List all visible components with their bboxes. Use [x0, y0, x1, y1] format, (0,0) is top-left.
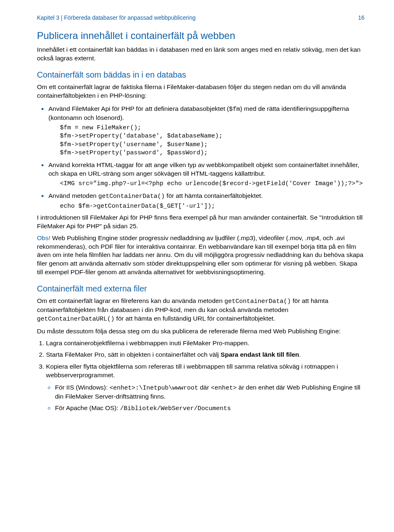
inline-code: $fm: [229, 106, 240, 113]
li-text: Använd korrekta HTML-taggar för att ange…: [48, 161, 359, 177]
ext-text: Om ett containerfält lagrar en filrefere…: [37, 297, 224, 304]
list-item: Använd FileMaker Api för PHP för att def…: [48, 103, 364, 157]
external-paragraph: Om ett containerfält lagrar en filrefere…: [37, 297, 364, 323]
list-item: Starta FileMaker Pro, sätt in objekten i…: [46, 351, 364, 359]
intro-php-ref: I introduktionen till FileMaker Api för …: [37, 213, 364, 231]
list-item: För IIS (Windows): <enhet>:\Inetpub\wwwr…: [55, 382, 364, 401]
header-chapter: Kapitel 3 | Förbereda databaser för anpa…: [37, 14, 196, 22]
intro-paragraph: Innehållet i ett containerfält kan bädda…: [37, 46, 364, 63]
header-page-number: 16: [358, 14, 364, 22]
inline-code: /Bibliotek/WebServer/Documents: [120, 405, 231, 412]
inline-code: <enhet>:\Inetpub\wwwroot: [110, 385, 198, 392]
section-heading-embedded: Containerfält som bäddas in i en databas: [37, 69, 364, 80]
list-item: Kopiera eller flytta objektfilerna som r…: [46, 362, 364, 413]
apache-text: För Apache (Mac OS):: [55, 404, 120, 411]
document-page: Kapitel 3 | Förbereda databaser för anpa…: [0, 0, 394, 433]
list-item: Lagra containerobjektfilerna i webbmappe…: [46, 339, 364, 348]
ol2-text: Starta FileMaker Pro, sätt in objekten i…: [46, 351, 221, 358]
list-item: Använd korrekta HTML-taggar för att ange…: [48, 160, 364, 188]
obs-label: Obs!: [37, 234, 50, 241]
obs-paragraph: Obs! Web Publishing Engine stöder progre…: [37, 234, 364, 277]
list-item: Använd metoden getContainerData() för at…: [48, 190, 364, 211]
code-block-fm: $fm = new FileMaker(); $fm->setProperty(…: [60, 124, 364, 157]
li-text: för att hämta containerfältobjektet.: [165, 192, 263, 199]
nested-platform-list: För IIS (Windows): <enhet>:\Inetpub\wwwr…: [44, 382, 364, 413]
ext-text: för att hämta en fullständig URL för con…: [115, 315, 275, 322]
embed-paragraph: Om ett containerfält lagrar de faktiska …: [37, 83, 364, 100]
external-steps-list: Lagra containerobjektfilerna i webbmappe…: [37, 339, 364, 413]
obs-text: Web Publishing Engine stöder progressiv …: [37, 234, 363, 276]
li-text: Använd FileMaker Api för PHP för att def…: [48, 105, 229, 112]
ol2-text: .: [299, 351, 301, 358]
code-block-img: <IMG src="img.php?-url=<?php echo urlenc…: [60, 180, 364, 188]
ol3-text: Kopiera eller flytta objektfilerna som r…: [46, 363, 338, 378]
list-item: För Apache (Mac OS): /Bibliotek/WebServe…: [55, 403, 364, 413]
ol2-bold: Spara endast länk till filen: [221, 351, 299, 358]
iis-text: För IIS (Windows):: [55, 384, 110, 391]
inline-code: getContainerData(): [98, 193, 165, 200]
must-follow-paragraph: Du måste dessutom följa dessa steg om du…: [37, 327, 364, 336]
page-header: Kapitel 3 | Förbereda databaser för anpa…: [37, 14, 364, 22]
page-title: Publicera innehållet i containerfält på …: [37, 29, 364, 42]
inline-code: getContainerData(): [224, 298, 291, 305]
iis-text: där: [198, 384, 211, 391]
embed-steps-list: Använd FileMaker Api för PHP för att def…: [37, 103, 364, 211]
li-text: Använd metoden: [48, 192, 98, 199]
inline-code: getContainerDataURL(): [37, 316, 115, 323]
section-heading-external: Containerfält med externa filer: [37, 283, 364, 294]
code-block-echo: echo $fm->getContainerData($_GET['-url']…: [60, 202, 364, 211]
inline-code: <enhet>: [211, 385, 237, 392]
